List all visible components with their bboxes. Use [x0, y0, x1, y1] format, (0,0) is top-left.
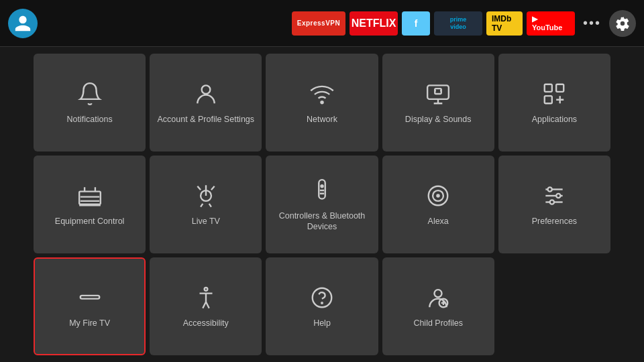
freevee-icon[interactable]: f [402, 11, 430, 36]
nav-live[interactable] [102, 19, 118, 27]
remote-icon [309, 177, 335, 204]
tile-label-account: Account & Profile Settings [158, 114, 255, 125]
childprofile-icon [425, 284, 451, 311]
settings-tile-controllers[interactable]: Controllers & Bluetooth Devices [266, 156, 378, 253]
svg-point-23 [321, 302, 323, 304]
svg-point-22 [313, 288, 332, 308]
svg-rect-5 [557, 84, 564, 92]
tile-label-controllers: Controllers & Bluetooth Devices [272, 210, 371, 233]
expressvpn-icon[interactable]: ExpressVPN [292, 11, 345, 36]
settings-tile-childprofiles[interactable]: Child Profiles [382, 257, 494, 355]
settings-tile-myfiretv[interactable]: My Fire TV [34, 257, 146, 355]
svg-point-10 [321, 185, 323, 187]
tile-label-equipment: Equipment Control [55, 216, 125, 227]
settings-tile-display[interactable]: Display & Sounds [382, 54, 494, 152]
svg-point-17 [548, 187, 552, 191]
nav-library[interactable] [46, 19, 62, 27]
alexa-icon [425, 182, 451, 209]
settings-grid: Notifications Account & Profile Settings… [34, 54, 610, 355]
settings-tile-equipment[interactable]: Equipment Control [34, 156, 146, 253]
firetv-icon [76, 284, 103, 311]
tv-icon [76, 182, 103, 209]
tile-label-help: Help [313, 318, 331, 328]
nav-find[interactable] [83, 19, 99, 27]
tile-label-applications: Applications [532, 114, 577, 125]
nav-links [46, 19, 118, 27]
settings-tile-accessibility[interactable]: Accessibility [150, 257, 262, 355]
svg-point-21 [204, 288, 207, 291]
settings-tile-applications[interactable]: Applications [498, 54, 610, 152]
svg-point-24 [435, 290, 442, 297]
person-icon [193, 80, 219, 107]
svg-rect-4 [545, 84, 552, 92]
youtube-icon[interactable]: ▶ YouTube [527, 11, 575, 36]
svg-rect-2 [427, 85, 449, 99]
bell-icon [76, 80, 103, 107]
svg-point-13 [437, 194, 439, 196]
display-icon [425, 80, 451, 107]
primevideo-icon[interactable]: primevideo [434, 11, 482, 36]
tile-label-myfiretv: My Fire TV [69, 318, 110, 328]
nav-home[interactable] [64, 19, 80, 27]
help-icon [309, 284, 335, 311]
tile-label-accessibility: Accessibility [183, 318, 229, 328]
svg-rect-6 [545, 96, 552, 103]
avatar[interactable] [8, 9, 38, 38]
app-icons: ExpressVPN NETFLIX f primevideo IMDb TV … [292, 10, 636, 37]
settings-tile-network[interactable]: Network [266, 54, 378, 152]
sliders-icon [541, 182, 568, 209]
imdb-icon[interactable]: IMDb TV [486, 11, 523, 36]
settings-tile-account[interactable]: Account & Profile Settings [150, 54, 262, 152]
svg-rect-9 [319, 180, 325, 199]
settings-tile-help[interactable]: Help [266, 257, 378, 355]
settings-main: Notifications Account & Profile Settings… [0, 47, 644, 362]
top-nav: ExpressVPN NETFLIX f primevideo IMDb TV … [0, 0, 644, 47]
apps-icon [541, 80, 568, 107]
settings-tile-alexa[interactable]: Alexa [382, 156, 494, 253]
svg-rect-20 [80, 296, 99, 299]
svg-point-19 [550, 200, 554, 204]
settings-tile-livetv[interactable]: Live TV [150, 156, 262, 253]
wifi-icon [309, 80, 335, 107]
settings-tile-notifications[interactable]: Notifications [34, 54, 146, 152]
accessibility-icon [193, 284, 219, 311]
tile-label-network: Network [307, 114, 337, 125]
empty-cell-14 [498, 257, 610, 355]
tile-label-livetv: Live TV [192, 216, 220, 227]
settings-button[interactable] [609, 10, 636, 37]
svg-point-18 [557, 194, 561, 198]
tile-label-display: Display & Sounds [405, 114, 472, 125]
tile-label-notifications: Notifications [67, 114, 113, 125]
tile-label-preferences: Preferences [532, 216, 577, 227]
more-button[interactable]: ••• [579, 13, 605, 34]
netflix-icon[interactable]: NETFLIX [350, 11, 398, 36]
tile-label-alexa: Alexa [428, 216, 449, 227]
svg-rect-7 [79, 192, 101, 204]
tile-label-childprofiles: Child Profiles [413, 318, 463, 328]
svg-point-1 [321, 101, 323, 103]
svg-point-0 [201, 85, 210, 94]
settings-tile-preferences[interactable]: Preferences [498, 156, 610, 253]
antenna-icon [193, 182, 219, 209]
